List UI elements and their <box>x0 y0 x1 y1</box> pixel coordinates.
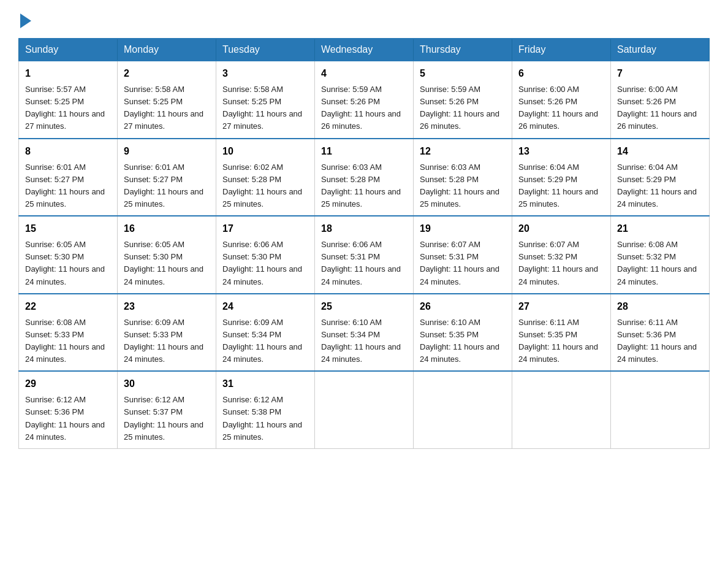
calendar-cell: 21Sunrise: 6:08 AMSunset: 5:32 PMDayligh… <box>611 216 710 294</box>
calendar-cell: 3Sunrise: 5:58 AMSunset: 5:25 PMDaylight… <box>216 61 315 139</box>
day-info: Sunrise: 6:12 AMSunset: 5:37 PMDaylight:… <box>124 394 210 443</box>
day-info: Sunrise: 6:06 AMSunset: 5:31 PMDaylight:… <box>321 239 407 288</box>
day-info: Sunrise: 6:07 AMSunset: 5:31 PMDaylight:… <box>420 239 506 288</box>
day-info: Sunrise: 6:00 AMSunset: 5:26 PMDaylight:… <box>518 83 604 133</box>
calendar-cell: 20Sunrise: 6:07 AMSunset: 5:32 PMDayligh… <box>512 216 611 294</box>
calendar-cell: 8Sunrise: 6:01 AMSunset: 5:27 PMDaylight… <box>19 139 118 216</box>
day-info: Sunrise: 5:58 AMSunset: 5:25 PMDaylight:… <box>124 83 210 133</box>
day-number: 25 <box>321 299 407 314</box>
calendar-cell: 7Sunrise: 6:00 AMSunset: 5:26 PMDaylight… <box>611 61 710 139</box>
logo-arrow-icon <box>20 13 31 28</box>
day-number: 19 <box>420 221 506 236</box>
day-info: Sunrise: 6:10 AMSunset: 5:35 PMDaylight:… <box>420 316 506 366</box>
weekday-header-sunday: Sunday <box>19 39 118 61</box>
calendar-cell: 27Sunrise: 6:11 AMSunset: 5:35 PMDayligh… <box>512 294 611 372</box>
day-info: Sunrise: 5:58 AMSunset: 5:25 PMDaylight:… <box>222 83 308 133</box>
calendar-cell: 13Sunrise: 6:04 AMSunset: 5:29 PMDayligh… <box>512 139 611 216</box>
weekday-header-wednesday: Wednesday <box>315 39 414 61</box>
day-info: Sunrise: 6:11 AMSunset: 5:35 PMDaylight:… <box>518 316 604 366</box>
day-info: Sunrise: 6:09 AMSunset: 5:34 PMDaylight:… <box>222 316 308 366</box>
day-number: 20 <box>518 221 604 236</box>
day-number: 9 <box>124 144 210 159</box>
day-number: 7 <box>617 66 703 81</box>
calendar-cell: 24Sunrise: 6:09 AMSunset: 5:34 PMDayligh… <box>216 294 315 372</box>
calendar-cell: 29Sunrise: 6:12 AMSunset: 5:36 PMDayligh… <box>19 371 118 448</box>
day-number: 3 <box>222 66 308 81</box>
day-number: 10 <box>222 144 308 159</box>
calendar-cell: 23Sunrise: 6:09 AMSunset: 5:33 PMDayligh… <box>118 294 216 372</box>
day-info: Sunrise: 6:05 AMSunset: 5:30 PMDaylight:… <box>124 239 210 288</box>
day-number: 1 <box>25 66 111 81</box>
day-info: Sunrise: 6:02 AMSunset: 5:28 PMDaylight:… <box>222 161 308 211</box>
day-number: 13 <box>518 144 604 159</box>
day-info: Sunrise: 6:10 AMSunset: 5:34 PMDaylight:… <box>321 316 407 366</box>
day-info: Sunrise: 6:08 AMSunset: 5:32 PMDaylight:… <box>617 239 703 288</box>
day-number: 6 <box>518 66 604 81</box>
calendar-week-row: 29Sunrise: 6:12 AMSunset: 5:36 PMDayligh… <box>19 371 710 448</box>
calendar-cell: 16Sunrise: 6:05 AMSunset: 5:30 PMDayligh… <box>118 216 216 294</box>
day-number: 18 <box>321 221 407 236</box>
calendar-cell: 28Sunrise: 6:11 AMSunset: 5:36 PMDayligh… <box>611 294 710 372</box>
day-info: Sunrise: 6:03 AMSunset: 5:28 PMDaylight:… <box>321 161 407 211</box>
day-info: Sunrise: 6:03 AMSunset: 5:28 PMDaylight:… <box>420 161 506 211</box>
weekday-header-monday: Monday <box>118 39 216 61</box>
calendar-cell: 25Sunrise: 6:10 AMSunset: 5:34 PMDayligh… <box>315 294 414 372</box>
day-info: Sunrise: 5:57 AMSunset: 5:25 PMDaylight:… <box>25 83 111 133</box>
logo <box>18 12 31 26</box>
day-number: 27 <box>518 299 604 314</box>
calendar-cell: 30Sunrise: 6:12 AMSunset: 5:37 PMDayligh… <box>118 371 216 448</box>
calendar-cell: 22Sunrise: 6:08 AMSunset: 5:33 PMDayligh… <box>19 294 118 372</box>
day-info: Sunrise: 5:59 AMSunset: 5:26 PMDaylight:… <box>321 83 407 133</box>
weekday-header-thursday: Thursday <box>414 39 512 61</box>
day-info: Sunrise: 6:12 AMSunset: 5:38 PMDaylight:… <box>222 394 308 443</box>
calendar-table: SundayMondayTuesdayWednesdayThursdayFrid… <box>18 38 710 449</box>
day-number: 23 <box>124 299 210 314</box>
day-number: 29 <box>25 377 111 391</box>
calendar-cell <box>611 371 710 448</box>
day-info: Sunrise: 6:06 AMSunset: 5:30 PMDaylight:… <box>222 239 308 288</box>
page-header <box>18 12 710 26</box>
day-number: 15 <box>25 221 111 236</box>
day-info: Sunrise: 6:01 AMSunset: 5:27 PMDaylight:… <box>124 161 210 211</box>
calendar-cell: 1Sunrise: 5:57 AMSunset: 5:25 PMDaylight… <box>19 61 118 139</box>
calendar-cell: 19Sunrise: 6:07 AMSunset: 5:31 PMDayligh… <box>414 216 512 294</box>
calendar-cell: 5Sunrise: 5:59 AMSunset: 5:26 PMDaylight… <box>414 61 512 139</box>
day-number: 5 <box>420 66 506 81</box>
calendar-cell: 9Sunrise: 6:01 AMSunset: 5:27 PMDaylight… <box>118 139 216 216</box>
weekday-header-saturday: Saturday <box>611 39 710 61</box>
day-number: 21 <box>617 221 703 236</box>
calendar-cell <box>414 371 512 448</box>
calendar-cell <box>512 371 611 448</box>
day-info: Sunrise: 6:12 AMSunset: 5:36 PMDaylight:… <box>25 394 111 443</box>
day-number: 16 <box>124 221 210 236</box>
day-info: Sunrise: 6:07 AMSunset: 5:32 PMDaylight:… <box>518 239 604 288</box>
day-number: 4 <box>321 66 407 81</box>
calendar-cell: 26Sunrise: 6:10 AMSunset: 5:35 PMDayligh… <box>414 294 512 372</box>
calendar-cell: 12Sunrise: 6:03 AMSunset: 5:28 PMDayligh… <box>414 139 512 216</box>
calendar-cell: 31Sunrise: 6:12 AMSunset: 5:38 PMDayligh… <box>216 371 315 448</box>
day-number: 22 <box>25 299 111 314</box>
day-info: Sunrise: 6:04 AMSunset: 5:29 PMDaylight:… <box>617 161 703 211</box>
calendar-cell: 14Sunrise: 6:04 AMSunset: 5:29 PMDayligh… <box>611 139 710 216</box>
day-info: Sunrise: 5:59 AMSunset: 5:26 PMDaylight:… <box>420 83 506 133</box>
calendar-cell: 2Sunrise: 5:58 AMSunset: 5:25 PMDaylight… <box>118 61 216 139</box>
day-number: 26 <box>420 299 506 314</box>
day-info: Sunrise: 6:01 AMSunset: 5:27 PMDaylight:… <box>25 161 111 211</box>
day-info: Sunrise: 6:11 AMSunset: 5:36 PMDaylight:… <box>617 316 703 366</box>
weekday-header-row: SundayMondayTuesdayWednesdayThursdayFrid… <box>19 39 710 61</box>
calendar-cell: 4Sunrise: 5:59 AMSunset: 5:26 PMDaylight… <box>315 61 414 139</box>
day-number: 24 <box>222 299 308 314</box>
day-number: 14 <box>617 144 703 159</box>
day-info: Sunrise: 6:08 AMSunset: 5:33 PMDaylight:… <box>25 316 111 366</box>
day-number: 8 <box>25 144 111 159</box>
day-number: 30 <box>124 377 210 391</box>
day-number: 11 <box>321 144 407 159</box>
calendar-cell <box>315 371 414 448</box>
day-number: 28 <box>617 299 703 314</box>
day-info: Sunrise: 6:09 AMSunset: 5:33 PMDaylight:… <box>124 316 210 366</box>
weekday-header-friday: Friday <box>512 39 611 61</box>
calendar-week-row: 15Sunrise: 6:05 AMSunset: 5:30 PMDayligh… <box>19 216 710 294</box>
calendar-cell: 11Sunrise: 6:03 AMSunset: 5:28 PMDayligh… <box>315 139 414 216</box>
calendar-cell: 6Sunrise: 6:00 AMSunset: 5:26 PMDaylight… <box>512 61 611 139</box>
day-number: 31 <box>222 377 308 391</box>
